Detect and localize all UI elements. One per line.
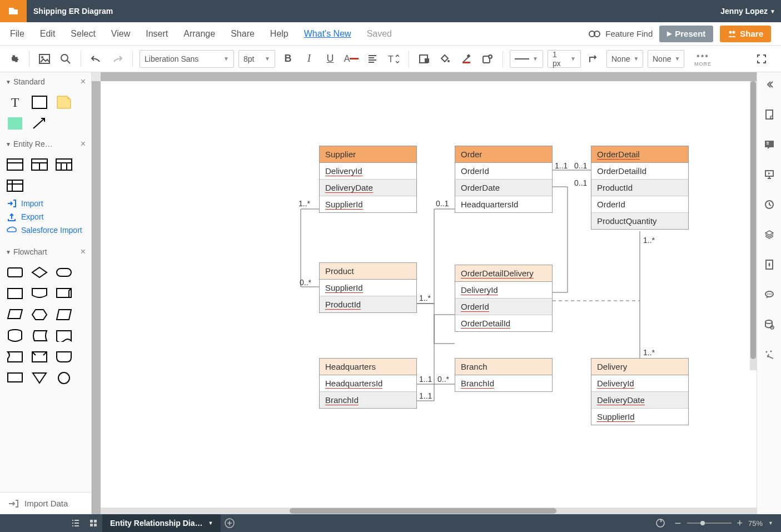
more-button[interactable]: •••MORE — [694, 51, 712, 67]
menu-view[interactable]: View — [111, 29, 130, 39]
zoom-slider[interactable] — [687, 521, 732, 525]
entity-delivery[interactable]: DeliveryDeliveryIdDeliveryDateSupplierId — [591, 358, 689, 425]
line-route-icon[interactable] — [585, 51, 602, 67]
shape-fc7[interactable] — [6, 307, 24, 322]
canvas[interactable]: SupplierDeliveryIdDeliveryDateSupplierId… — [101, 81, 757, 514]
menu-whatsnew[interactable]: What's New — [304, 29, 351, 39]
menu-help[interactable]: Help — [270, 29, 288, 39]
zoom-in[interactable]: + — [737, 518, 743, 529]
list-icon[interactable] — [67, 514, 84, 532]
linewidth-select[interactable]: 1 px▼ — [548, 50, 581, 68]
shape-fc14[interactable] — [30, 349, 49, 365]
entity-supplier[interactable]: SupplierDeliveryIdDeliveryDateSupplierId — [319, 146, 417, 213]
shape-fc2[interactable] — [30, 265, 49, 280]
magic-icon[interactable] — [763, 348, 776, 361]
shape-entity3[interactable] — [54, 157, 73, 172]
menu-select[interactable]: Select — [71, 29, 95, 39]
present-button[interactable]: ▶Present — [659, 26, 713, 42]
export-link[interactable]: Export — [0, 210, 91, 223]
menu-arrange[interactable]: Arrange — [183, 29, 215, 39]
shape-arrow[interactable] — [30, 116, 49, 131]
shape-fc1[interactable] — [6, 265, 24, 280]
shape-fc13[interactable] — [6, 349, 24, 365]
redo-icon[interactable] — [109, 51, 126, 67]
document-title[interactable]: Shipping ER Diagram — [33, 7, 113, 16]
canvas-area[interactable]: SupplierDeliveryIdDeliveryDateSupplierId… — [92, 72, 757, 514]
linestyle-select[interactable]: ▼ — [510, 50, 543, 68]
horizontal-scrollbar[interactable] — [101, 508, 757, 514]
layers-icon[interactable] — [763, 228, 776, 241]
shape-fc4[interactable] — [6, 286, 24, 301]
underline-icon[interactable]: U — [322, 51, 339, 67]
entity-orderdetaildelivery[interactable]: OrderDetailDeliveryDeliveryIdOrderIdOrde… — [455, 265, 553, 332]
arrowend-select[interactable]: None▼ — [648, 50, 684, 68]
menu-edit[interactable]: Edit — [40, 29, 56, 39]
shape-options-icon[interactable] — [479, 51, 496, 67]
salesforce-link[interactable]: Salesforce Import — [0, 223, 91, 237]
share-button[interactable]: Share — [720, 26, 771, 42]
menu-share[interactable]: Share — [231, 29, 255, 39]
section-flowchart[interactable]: ▼Flowchart× — [0, 242, 91, 261]
fullscreen-icon[interactable] — [753, 51, 770, 67]
theme-icon[interactable] — [763, 258, 776, 271]
shape-entity4[interactable] — [6, 178, 24, 193]
arrowstart-select[interactable]: None▼ — [606, 50, 643, 68]
shape-fill-icon[interactable] — [416, 51, 432, 67]
menu-file[interactable]: File — [10, 29, 24, 39]
align-icon[interactable] — [364, 51, 381, 67]
search-icon[interactable] — [57, 51, 74, 67]
close-icon[interactable]: × — [81, 77, 86, 87]
font-select[interactable]: Liberation Sans▼ — [140, 50, 234, 68]
shape-fc18[interactable] — [54, 370, 73, 386]
settings-icon[interactable] — [6, 51, 22, 67]
chat-icon[interactable] — [763, 288, 776, 301]
zoom-level[interactable]: 75% — [748, 519, 763, 528]
textcolor-icon[interactable]: A — [343, 51, 360, 67]
feature-find[interactable]: Feature Find — [589, 29, 653, 38]
import-data-button[interactable]: Import Data — [0, 492, 91, 514]
page-icon[interactable] — [763, 108, 776, 121]
shape-fc3[interactable] — [54, 265, 73, 280]
shape-fc11[interactable] — [30, 328, 49, 344]
image-icon[interactable] — [36, 51, 53, 67]
shape-fc9[interactable] — [54, 307, 73, 322]
close-icon[interactable]: × — [81, 139, 86, 149]
border-icon[interactable] — [458, 51, 475, 67]
menu-insert[interactable]: Insert — [146, 29, 168, 39]
section-standard[interactable]: ▼Standard× — [0, 72, 91, 91]
shape-text[interactable]: T — [6, 95, 24, 110]
shape-entity2[interactable] — [30, 157, 49, 172]
entity-headquarters[interactable]: HeadquartersHeadquartersIdBranchId — [319, 358, 417, 409]
shape-fc8[interactable] — [30, 307, 49, 322]
zoom-out[interactable]: − — [675, 517, 681, 530]
shape-fc12[interactable] — [54, 328, 73, 344]
app-logo[interactable] — [0, 0, 27, 22]
vertical-scrollbar[interactable] — [750, 81, 757, 370]
history-icon[interactable] — [763, 198, 776, 211]
fill-icon[interactable] — [437, 51, 454, 67]
textsize-icon[interactable]: T — [385, 51, 402, 67]
sync-icon[interactable] — [651, 514, 669, 532]
data-icon[interactable] — [763, 318, 776, 331]
shape-fc5[interactable] — [30, 286, 49, 301]
bold-icon[interactable]: B — [280, 51, 296, 67]
shape-fc17[interactable] — [30, 370, 49, 386]
user-menu[interactable]: Jenny Lopez▼ — [720, 7, 775, 16]
fontsize-select[interactable]: 8pt▼ — [238, 50, 275, 68]
entity-product[interactable]: ProductSupplierIdProductId — [319, 262, 417, 313]
entity-orderdetail[interactable]: OrderDetailOrderDetailIdProductIdOrderId… — [591, 146, 689, 230]
entity-branch[interactable]: BranchBranchId — [455, 358, 553, 392]
add-page-button[interactable] — [221, 518, 238, 528]
section-entity[interactable]: ▼Entity Re…× — [0, 135, 91, 153]
undo-icon[interactable] — [88, 51, 105, 67]
shape-fc10[interactable] — [6, 328, 24, 344]
shape-entity1[interactable] — [6, 157, 24, 172]
shape-fc15[interactable] — [54, 349, 73, 365]
italic-icon[interactable]: I — [301, 51, 317, 67]
shape-block[interactable] — [6, 116, 24, 131]
shape-fc16[interactable] — [6, 370, 24, 386]
shape-note[interactable] — [54, 95, 73, 110]
import-link[interactable]: Import — [0, 197, 91, 210]
shape-rect[interactable] — [30, 95, 49, 110]
close-icon[interactable]: × — [81, 247, 86, 257]
